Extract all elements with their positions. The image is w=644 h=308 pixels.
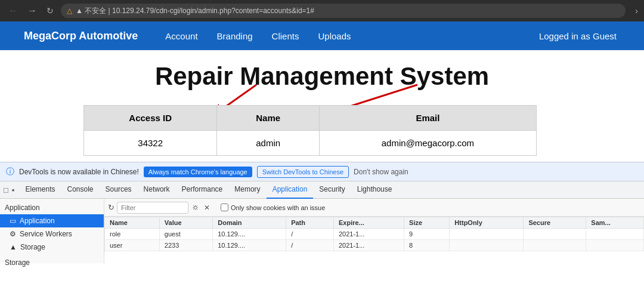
browser-bar: ← → ↻ △ ▲ 不安全 | 10.129.24.79/cdn-cgi/log…: [0, 0, 644, 21]
cookie-domain: 10.129....: [213, 240, 286, 251]
sidebar-item-label: Service Workers: [20, 230, 72, 238]
refresh-cookies-icon[interactable]: ↻: [108, 203, 114, 212]
cell-access-id: 34322: [84, 131, 217, 156]
info-icon: ⓘ: [6, 167, 14, 177]
filter-options-icon[interactable]: ⛭: [192, 204, 199, 212]
tab-lighthouse[interactable]: Lighthouse: [351, 181, 398, 199]
tab-security[interactable]: Security: [313, 181, 351, 199]
cookie-table: Name Value Domain Path Expire... Size Ht…: [104, 217, 644, 251]
application-icon: ▭: [10, 217, 16, 225]
col-httponly: HttpOnly: [450, 217, 524, 229]
sidebar-item-service-workers[interactable]: ⚙ Service Workers: [0, 227, 104, 241]
tab-sources[interactable]: Sources: [100, 181, 138, 199]
cookie-value: 2233: [159, 240, 212, 251]
cell-email: admin@megacorp.com: [319, 131, 536, 156]
cookie-httponly: [450, 240, 524, 251]
sidebar-item-label: Application: [20, 217, 55, 225]
url-text: ▲ 不安全 | 10.129.24.79/cdn-cgi/login/admin…: [76, 6, 314, 16]
col-samesite: Sam...: [586, 217, 644, 229]
cookie-size: 9: [404, 229, 450, 240]
tab-network[interactable]: Network: [138, 181, 176, 199]
accounts-table: Access ID Name Email 34322 admin admin@m…: [83, 105, 537, 156]
user-status: Logged in as Guest: [535, 29, 620, 44]
nav-branding[interactable]: Branding: [213, 29, 256, 44]
col-domain: Domain: [213, 217, 286, 229]
devtools-tabs: □ ▪ Elements Console Sources Network Per…: [0, 181, 644, 199]
nav-uploads[interactable]: Uploads: [314, 29, 354, 44]
col-secure: Secure: [524, 217, 586, 229]
col-header-name: Name: [217, 106, 319, 131]
switch-language-button[interactable]: Switch DevTools to Chinese: [257, 166, 349, 178]
cookie-expires: 2021-1...: [333, 229, 404, 240]
page-title: Repair Management System: [155, 62, 489, 91]
cookie-name: user: [105, 240, 160, 251]
cookie-row-role[interactable]: role guest 10.129.... / 2021-1... 9: [105, 229, 644, 240]
devtools-sidebar: Application ▭ Application ⚙ Service Work…: [0, 199, 104, 263]
cookie-samesite: [586, 229, 644, 240]
issues-checkbox[interactable]: [221, 204, 228, 211]
cookie-secure: [524, 229, 586, 240]
sidebar-item-application[interactable]: ▭ Application: [0, 214, 104, 227]
cookies-toolbar: ↻ ⛭ ✕ Only show cookies with an issue: [104, 199, 644, 217]
sidebar-item-storage[interactable]: ▲ Storage: [0, 241, 104, 254]
table-wrapper: Access ID Name Email 34322 admin admin@m…: [83, 105, 561, 156]
dont-show-button[interactable]: Don't show again: [354, 168, 408, 176]
cookie-row-user[interactable]: user 2233 10.129.... / 2021-1... 8: [105, 240, 644, 251]
service-workers-icon: ⚙: [10, 230, 16, 238]
tab-console[interactable]: Console: [61, 181, 100, 199]
cookie-value: guest: [159, 229, 212, 240]
cookie-httponly: [450, 229, 524, 240]
sidebar-section-storage-bottom: Storage: [0, 256, 104, 269]
cookie-path: /: [286, 240, 334, 251]
extensions-button[interactable]: ›: [635, 6, 638, 16]
site-navigation: MegaCorp Automotive Account Branding Cli…: [0, 21, 644, 50]
col-header-access-id: Access ID: [84, 106, 217, 131]
devtools-panel-icons: □ ▪: [4, 186, 14, 195]
col-header-email: Email: [319, 106, 536, 131]
cookie-size: 8: [404, 240, 450, 251]
devtools-info-text: DevTools is now available in Chinese!: [19, 168, 139, 176]
tab-application[interactable]: Application: [267, 181, 314, 199]
cookie-path: /: [286, 229, 334, 240]
nav-account[interactable]: Account: [162, 29, 201, 44]
inspect-icon[interactable]: □: [4, 186, 8, 195]
cookie-secure: [524, 240, 586, 251]
site-logo: MegaCorp Automotive: [24, 30, 138, 42]
sidebar-section-application: Application: [0, 201, 104, 214]
warning-icon: △: [67, 7, 72, 15]
devtools-main-panel: ↻ ⛭ ✕ Only show cookies with an issue Na…: [104, 199, 644, 263]
cell-name: admin: [217, 131, 319, 156]
nav-clients[interactable]: Clients: [268, 29, 303, 44]
issues-checkbox-label: Only show cookies with an issue: [221, 204, 325, 211]
tab-elements[interactable]: Elements: [19, 181, 61, 199]
issues-checkbox-text: Only show cookies with an issue: [231, 204, 325, 211]
devtools-info-bar: ⓘ DevTools is now available in Chinese! …: [0, 162, 644, 181]
col-value: Value: [159, 217, 212, 229]
address-bar[interactable]: △ ▲ 不安全 | 10.129.24.79/cdn-cgi/login/adm…: [61, 4, 626, 18]
storage-icon: ▲: [10, 243, 17, 251]
col-expires: Expire...: [333, 217, 404, 229]
col-size: Size: [404, 217, 450, 229]
cookie-name: role: [105, 229, 160, 240]
tab-memory[interactable]: Memory: [228, 181, 266, 199]
reload-button[interactable]: ↻: [44, 5, 56, 17]
col-name: Name: [105, 217, 160, 229]
cookie-domain: 10.129....: [213, 229, 286, 240]
devtools-body: Application ▭ Application ⚙ Service Work…: [0, 199, 644, 263]
cookie-expires: 2021-1...: [333, 240, 404, 251]
main-content: Repair Management System Access ID Name …: [0, 50, 644, 162]
filter-input[interactable]: [117, 202, 188, 214]
cookie-samesite: [586, 240, 644, 251]
match-language-button[interactable]: Always match Chrome's language: [144, 167, 252, 177]
table-row: 34322 admin admin@megacorp.com: [84, 131, 537, 156]
back-button[interactable]: ←: [6, 4, 20, 17]
col-path: Path: [286, 217, 334, 229]
tab-performance[interactable]: Performance: [176, 181, 229, 199]
device-icon[interactable]: ▪: [12, 186, 15, 195]
clear-cookies-icon[interactable]: ✕: [204, 204, 210, 212]
forward-button[interactable]: →: [25, 4, 39, 17]
sidebar-item-label: Storage: [20, 243, 45, 251]
